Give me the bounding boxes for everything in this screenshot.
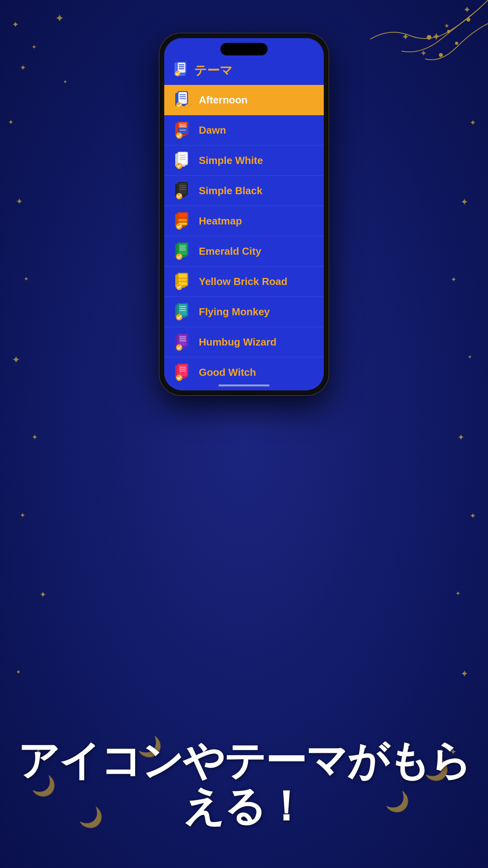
svg-rect-48 [178, 219, 187, 222]
theme-label-emerald-city: Emerald City [199, 245, 261, 257]
theme-icon-flying-monkey [174, 302, 193, 321]
theme-item-humbug-wizard[interactable]: Humbug Wizard [164, 327, 324, 357]
theme-list[interactable]: Afternoon New! [164, 85, 324, 387]
svg-point-1 [448, 30, 450, 33]
theme-label-heatmap: Heatmap [199, 215, 242, 227]
svg-text:✦: ✦ [421, 50, 426, 56]
theme-label-humbug-wizard: Humbug Wizard [199, 336, 277, 348]
theme-item-emerald-city[interactable]: Emerald City [164, 236, 324, 267]
svg-rect-47 [178, 213, 187, 218]
svg-point-70 [176, 314, 182, 320]
theme-icon-heatmap [174, 211, 193, 230]
svg-point-3 [455, 42, 458, 44]
svg-point-44 [176, 193, 182, 199]
svg-point-50 [176, 223, 182, 230]
theme-item-dawn[interactable]: Dawn [164, 115, 324, 145]
svg-rect-61 [178, 278, 187, 279]
phone-frame: テーマ [160, 33, 328, 395]
theme-label-yellow-brick-road: Yellow Brick Road [199, 276, 287, 288]
theme-icon-yellow-brick-road [174, 272, 193, 291]
svg-rect-62 [178, 281, 187, 282]
svg-point-2 [427, 35, 431, 39]
theme-icon-simple-white [174, 151, 193, 170]
svg-text:✦: ✦ [445, 23, 449, 29]
theme-item-good-witch[interactable]: Good Witch [164, 357, 324, 387]
theme-label-flying-monkey: Flying Monkey [199, 306, 270, 318]
svg-point-84 [176, 375, 182, 381]
header-icon [174, 62, 189, 79]
theme-item-flying-monkey[interactable]: Flying Monkey [164, 297, 324, 327]
home-indicator [218, 384, 270, 386]
svg-point-77 [176, 344, 182, 351]
theme-icon-good-witch [174, 363, 193, 382]
theme-label-good-witch: Good Witch [199, 366, 256, 379]
svg-rect-80 [178, 364, 187, 376]
svg-point-22 [176, 102, 182, 108]
svg-rect-60 [178, 274, 187, 285]
theme-item-simple-white[interactable]: Simple White [164, 145, 324, 176]
svg-rect-18 [178, 92, 187, 104]
svg-point-57 [176, 254, 182, 260]
theme-icon-afternoon [174, 90, 193, 109]
theme-item-heatmap[interactable]: Heatmap [164, 206, 324, 236]
svg-text:✦: ✦ [433, 32, 440, 41]
theme-item-yellow-brick-road[interactable]: Yellow Brick Road [164, 267, 324, 297]
theme-label-dawn: Dawn [199, 124, 226, 136]
svg-point-37 [176, 163, 182, 169]
theme-icon-humbug-wizard [174, 333, 193, 351]
phone-mockup: テーマ [160, 33, 328, 395]
new-badge-afternoon: New! [300, 88, 317, 96]
svg-rect-40 [178, 183, 187, 195]
theme-icon-simple-black [174, 181, 193, 200]
svg-point-30 [176, 132, 182, 139]
svg-point-0 [467, 18, 470, 21]
svg-point-4 [439, 53, 442, 57]
theme-label-simple-black: Simple Black [199, 185, 262, 197]
theme-icon-emerald-city [174, 242, 193, 261]
svg-rect-73 [178, 334, 187, 346]
dynamic-island [220, 43, 268, 55]
theme-item-afternoon[interactable]: Afternoon New! [164, 85, 324, 115]
theme-icon-dawn [174, 121, 193, 140]
theme-label-simple-white: Simple White [199, 154, 263, 167]
svg-rect-53 [178, 243, 187, 255]
theme-label-afternoon: Afternoon [199, 94, 248, 106]
svg-point-63 [176, 284, 182, 290]
bottom-promo-text: アイコンやテーマがもらえる！ [0, 738, 488, 829]
svg-text:✦: ✦ [464, 6, 470, 13]
theme-item-simple-black[interactable]: Simple Black [164, 176, 324, 206]
svg-rect-66 [178, 304, 187, 316]
phone-screen: テーマ [164, 38, 324, 390]
promo-text-content: アイコンやテーマがもらえる！ [0, 738, 488, 829]
svg-rect-33 [178, 153, 187, 164]
screen-title: テーマ [194, 62, 233, 79]
vine-decoration: ✦ ✦ ✦ ✦ [331, 0, 488, 118]
